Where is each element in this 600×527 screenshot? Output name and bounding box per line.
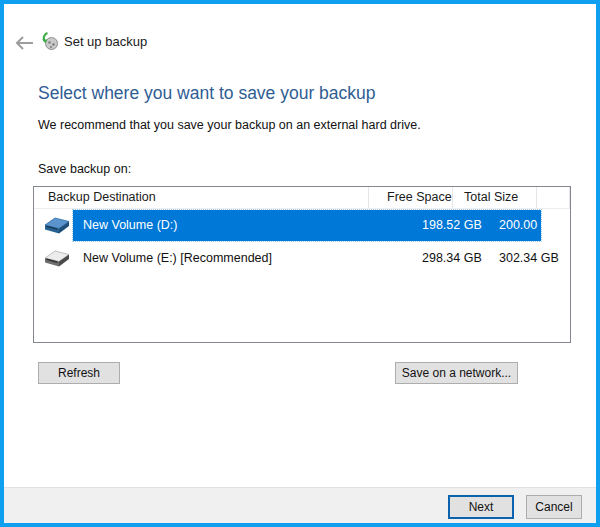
column-header-total-size[interactable]: Total Size — [453, 187, 537, 208]
drive-free-space: 298.34 GB — [422, 251, 482, 265]
footer-bar: Next Cancel — [4, 487, 596, 523]
drive-free-space: 198.52 GB — [422, 218, 482, 232]
refresh-button[interactable]: Refresh — [38, 362, 120, 384]
column-header-backup-destination[interactable]: Backup Destination — [34, 187, 369, 208]
save-backup-on-label: Save backup on: — [38, 162, 131, 176]
row-selection[interactable]: New Volume (D:) 198.52 GB 200.00 GB — [73, 210, 541, 241]
table-row[interactable]: New Volume (E:) [Recommended] 298.34 GB … — [34, 242, 570, 275]
table-row[interactable]: New Volume (D:) 198.52 GB 200.00 GB — [34, 209, 570, 242]
blue-hard-drive-icon — [42, 214, 72, 237]
set-up-backup-icon — [40, 32, 59, 51]
drive-total-size: 200.00 GB — [499, 218, 559, 232]
row-selection[interactable]: New Volume (E:) [Recommended] 298.34 GB … — [73, 243, 541, 274]
save-on-network-button[interactable]: Save on a network... — [395, 362, 518, 384]
window-client-area: Set up backup Select where you want to s… — [4, 4, 596, 523]
next-button[interactable]: Next — [448, 495, 514, 519]
page-title: Select where you want to save your backu… — [38, 83, 376, 104]
drive-name: New Volume (E:) [Recommended] — [83, 251, 272, 265]
wizard-nav-row: Set up backup — [4, 28, 596, 62]
setup-backup-window: Set up backup Select where you want to s… — [0, 0, 600, 527]
back-arrow-icon[interactable] — [14, 34, 36, 52]
drive-total-size: 302.34 GB — [499, 251, 559, 265]
backup-destination-table: Backup Destination Free Space Total Size… — [33, 186, 571, 343]
cancel-button[interactable]: Cancel — [526, 495, 582, 519]
table-header-row: Backup Destination Free Space Total Size — [34, 187, 570, 209]
drive-name: New Volume (D:) — [83, 218, 177, 232]
silver-hard-drive-icon — [42, 247, 72, 270]
wizard-title: Set up backup — [64, 34, 147, 49]
column-header-free-space[interactable]: Free Space — [369, 187, 453, 208]
column-header-filler — [537, 187, 570, 208]
recommendation-text: We recommend that you save your backup o… — [38, 118, 421, 132]
